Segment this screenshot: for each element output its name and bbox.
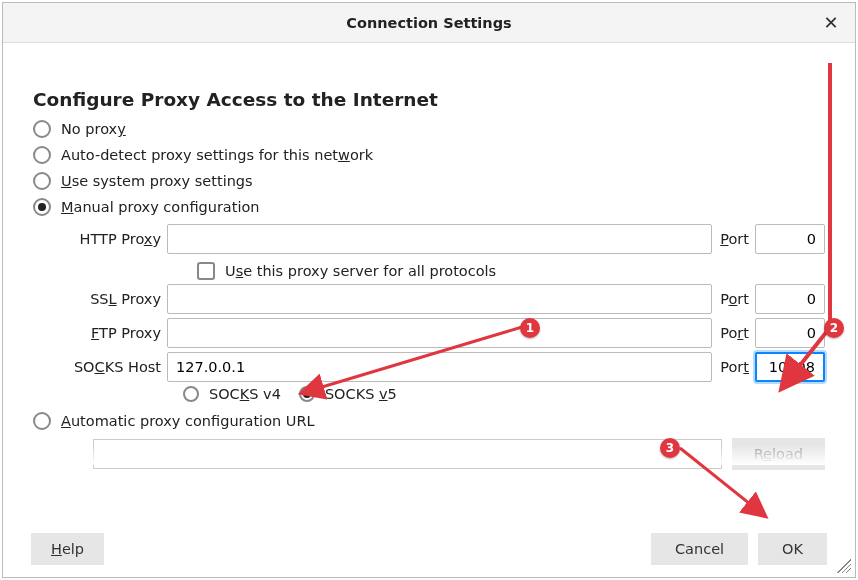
http-proxy-input[interactable]	[167, 224, 712, 254]
radio-socks-v5[interactable]: SOCKS v5	[299, 386, 397, 402]
ftp-port-input[interactable]	[755, 318, 825, 348]
ssl-proxy-row: SSL Proxy Port	[63, 284, 825, 314]
help-button[interactable]: Help	[31, 533, 104, 565]
cancel-button[interactable]: Cancel	[651, 533, 748, 565]
socks-port-input[interactable]	[755, 352, 825, 382]
radio-manual[interactable]: Manual proxy configuration	[33, 198, 825, 216]
checkbox-icon	[197, 262, 215, 280]
use-all-row[interactable]: Use this proxy server for all protocols	[197, 262, 825, 280]
http-port-input[interactable]	[755, 224, 825, 254]
radio-icon	[33, 172, 51, 190]
content-area: Configure Proxy Access to the Internet N…	[3, 43, 855, 521]
radio-icon	[183, 386, 199, 402]
radio-auto-detect[interactable]: Auto-detect proxy settings for this netw…	[33, 146, 825, 164]
scrollbar[interactable]	[843, 43, 855, 521]
ssl-proxy-input[interactable]	[167, 284, 712, 314]
close-icon[interactable]: ✕	[819, 11, 843, 35]
ssl-port-input[interactable]	[755, 284, 825, 314]
socks-host-row: SOCKS Host Port	[63, 352, 825, 382]
radio-auto-url[interactable]: Automatic proxy configuration URL	[33, 412, 825, 430]
radio-icon	[33, 120, 51, 138]
ok-button[interactable]: OK	[758, 533, 827, 565]
socks-host-input[interactable]	[167, 352, 712, 382]
manual-proxy-grid: HTTP Proxy Port Use this proxy server fo…	[63, 224, 825, 402]
fade	[33, 445, 825, 465]
connection-settings-window: Connection Settings ✕ Configure Proxy Ac…	[2, 2, 856, 578]
ftp-proxy-row: FTP Proxy Port	[63, 318, 825, 348]
ftp-proxy-input[interactable]	[167, 318, 712, 348]
button-bar: Help Cancel OK	[3, 521, 855, 577]
radio-icon	[299, 386, 315, 402]
radio-no-proxy[interactable]: No proxy	[33, 120, 825, 138]
window-title: Connection Settings	[346, 15, 511, 31]
annotation-bubble-1: 1	[520, 318, 540, 338]
annotation-bubble-2: 2	[824, 318, 844, 338]
titlebar: Connection Settings ✕	[3, 3, 855, 43]
section-heading: Configure Proxy Access to the Internet	[33, 89, 825, 110]
http-proxy-row: HTTP Proxy Port	[63, 224, 825, 254]
resize-grip-icon[interactable]	[837, 559, 851, 573]
annotation-bubble-3: 3	[660, 438, 680, 458]
radio-icon	[33, 146, 51, 164]
radio-socks-v4[interactable]: SOCKS v4	[183, 386, 281, 402]
radio-icon	[33, 412, 51, 430]
socks-version-row: SOCKS v4 SOCKS v5	[183, 386, 825, 402]
radio-use-system[interactable]: Use system proxy settings	[33, 172, 825, 190]
radio-icon	[33, 198, 51, 216]
